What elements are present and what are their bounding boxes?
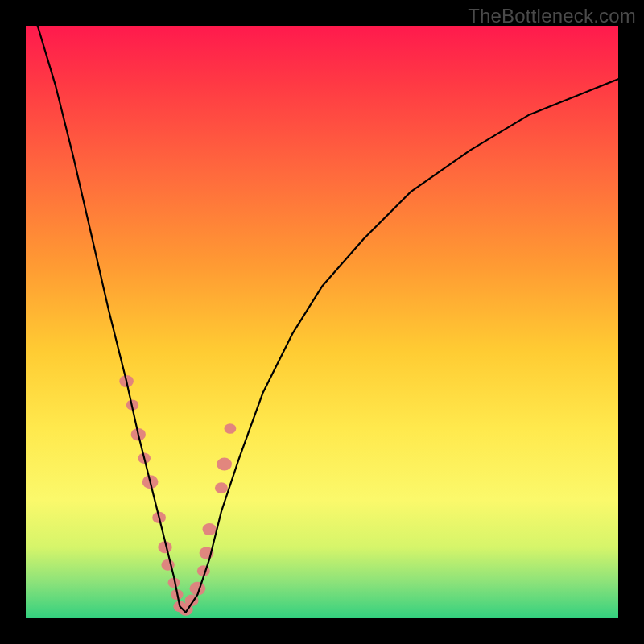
marker-dot (225, 423, 237, 434)
marker-dot (215, 482, 228, 493)
bottleneck-curve (38, 26, 618, 613)
chart-frame: TheBottleneck.com (0, 0, 644, 644)
watermark-text: TheBottleneck.com (468, 5, 636, 27)
markers-group (119, 375, 236, 616)
plot-area (26, 26, 618, 618)
marker-dot (217, 458, 232, 471)
chart-svg (26, 26, 618, 618)
marker-dot (203, 523, 217, 535)
